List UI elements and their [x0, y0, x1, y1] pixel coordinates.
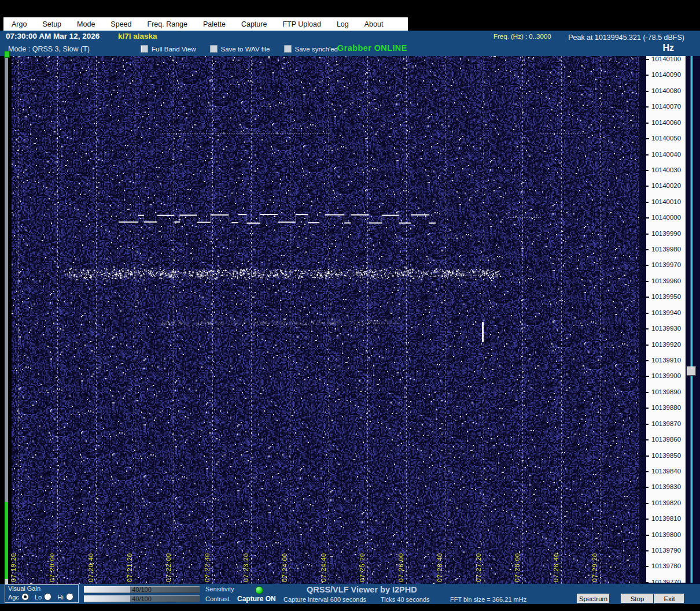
freq-tick-mark [641, 75, 649, 76]
menu-item-log[interactable]: Log [337, 20, 349, 28]
freq-scale-label: 10139990 [651, 230, 681, 237]
freq-scale-label: 10139960 [651, 277, 681, 284]
freq-tick-mark [641, 345, 649, 346]
visual-gain-groupbox: Visual Gain AgcLoHi [5, 584, 79, 603]
freq-scale-label: 10140040 [651, 151, 681, 158]
radio-lo[interactable]: Lo [35, 593, 51, 601]
time-tick-label: 07:22:40 [204, 553, 211, 582]
freq-scale-label: 10140000 [651, 214, 681, 221]
freq-scale-label: 10139950 [651, 293, 681, 300]
hz-unit-label: Hz [662, 43, 674, 53]
freq-scale-label: 10139820 [651, 499, 681, 506]
exit-button[interactable]: Exit [654, 594, 684, 603]
radio-button-lo[interactable] [44, 593, 51, 601]
freq-scale-label: 10139880 [651, 404, 681, 411]
time-tick-label: 07:26:40 [436, 553, 443, 582]
capture-interval-label: Capture interval 600 seconds [283, 596, 366, 603]
menu-item-speed[interactable]: Speed [110, 20, 131, 28]
freq-tick-mark [639, 138, 649, 139]
radio-label: Agc [8, 594, 19, 601]
capture-progress-marker [4, 51, 10, 58]
checkbox-label: Save synch'ed [295, 46, 338, 53]
menu-item-about[interactable]: About [364, 20, 384, 28]
freq-tick-mark [641, 519, 649, 520]
freq-tick-mark [641, 503, 649, 504]
checkbox-group: Full Band ViewSave to WAV fileSave synch… [141, 45, 338, 53]
spectrum-button[interactable]: Spectrum [577, 594, 610, 603]
freq-scale-label: 10139900 [651, 372, 681, 379]
frequency-scrollbar-handle[interactable] [687, 366, 696, 376]
freq-scale-label: 10140010 [651, 198, 681, 205]
capture-progress-fill [5, 502, 8, 579]
argo-window: ArgoSetupModeSpeedFreq. RangePaletteCapt… [0, 0, 700, 611]
freq-tick-mark [641, 123, 649, 124]
freq-tick-mark [641, 281, 649, 282]
frequency-scale: 1014010010140090101400801014007010140060… [639, 56, 700, 584]
stop-button[interactable]: Stop [621, 594, 654, 603]
title-row: 07:30:00 AM Mar 12, 2026 kl7l alaska Fre… [0, 31, 700, 43]
clock-datetime: 07:30:00 AM Mar 12, 2026 [6, 32, 100, 40]
time-tick-label: 07:26:00 [397, 553, 404, 582]
freq-scale-label: 10140020 [651, 182, 681, 189]
menu-item-argo[interactable]: Argo [12, 20, 27, 28]
freq-scale-label: 10139940 [651, 309, 681, 316]
radio-button-hi[interactable] [66, 593, 73, 601]
freq-tick-mark [641, 550, 649, 551]
checkbox-full-band-view[interactable]: Full Band View [141, 45, 196, 53]
freq-scale-label: 10139810 [651, 515, 681, 522]
waterfall-canvas [12, 56, 639, 584]
time-tick-label: 07:28:00 [514, 553, 521, 582]
checkbox-box-full-band-view[interactable] [141, 45, 148, 53]
menu-item-palette[interactable]: Palette [203, 20, 226, 28]
freq-scale-label: 10139860 [651, 436, 681, 443]
freq-tick-mark [641, 202, 649, 203]
radio-agc[interactable]: Agc [8, 593, 29, 601]
menu-item-mode[interactable]: Mode [77, 20, 95, 28]
menu-item-ftp-upload[interactable]: FTP Upload [282, 20, 320, 28]
freq-tick-mark [641, 424, 649, 425]
radio-label: Lo [35, 594, 42, 601]
freq-tick-mark [639, 59, 649, 60]
freq-tick-mark [641, 487, 649, 488]
freq-range-readout: Freq. (Hz) : 0..3000 [493, 33, 551, 40]
checkbox-box-save-synch-ed[interactable] [284, 45, 292, 53]
time-tick-label: 07:24:40 [320, 553, 327, 582]
freq-scale-label: 10139970 [651, 261, 681, 268]
checkbox-save-synch-ed[interactable]: Save synch'ed [284, 45, 338, 53]
menu-item-capture[interactable]: Capture [241, 20, 267, 28]
freq-tick-mark [639, 376, 649, 377]
capture-progress-cap [5, 579, 8, 584]
sensitivity-slider[interactable]: 40/100 [84, 586, 200, 593]
frequency-scrollbar-track[interactable] [690, 56, 693, 583]
freq-scale-label: 10139830 [651, 483, 681, 490]
contrast-slider[interactable]: 40/100 [84, 595, 200, 602]
freq-scale-label: 10139870 [651, 420, 681, 427]
freq-tick-mark [639, 456, 649, 457]
freq-scale-label: 10140030 [651, 166, 681, 173]
menu-item-setup[interactable]: Setup [42, 20, 61, 28]
freq-tick-mark [641, 408, 649, 409]
time-tick-label: 07:20:00 [49, 553, 56, 582]
time-tick-label: 07:25:20 [359, 553, 366, 582]
time-tick-label: 07:24:00 [281, 553, 288, 582]
freq-tick-mark [641, 360, 649, 361]
spectrogram-display: 07:19:2007:20:0007:20:4007:21:2007:22:00… [12, 56, 639, 584]
menu-item-freq-range[interactable]: Freq. Range [148, 20, 187, 28]
radio-button-agc[interactable] [21, 593, 29, 601]
freq-scale-label: 10139910 [651, 357, 681, 364]
freq-tick-mark [641, 439, 649, 440]
contrast-label: Contrast [205, 595, 230, 602]
freq-scale-label: 10140100 [651, 55, 681, 62]
radio-label: Hi [57, 594, 63, 601]
radio-hi[interactable]: Hi [57, 593, 73, 601]
station-callsign: kl7l alaska [118, 32, 157, 40]
peak-readout: Peak at 10139945.321 (-78.5 dBFS) [568, 34, 684, 42]
app-title: QRSS/VLF Viewer by I2PHD [307, 585, 417, 594]
checkbox-save-to-wav-file[interactable]: Save to WAV file [210, 45, 270, 53]
time-tick-label: 07:22:00 [165, 553, 172, 582]
freq-scale-label: 10139780 [651, 562, 681, 569]
freq-scale-label: 10139790 [651, 547, 681, 554]
grabber-status: Grabber ONLINE [337, 43, 407, 53]
capture-status-label: Capture ON [237, 595, 276, 603]
checkbox-box-save-to-wav-file[interactable] [210, 45, 218, 53]
